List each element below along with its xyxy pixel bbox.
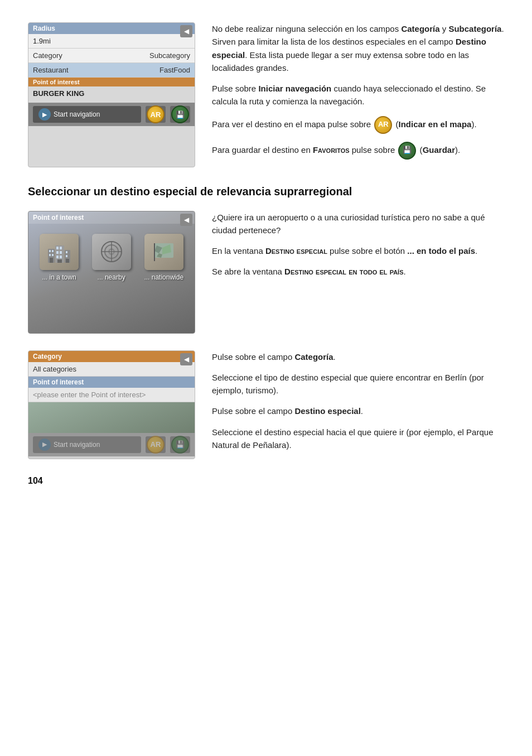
subcategory-value: FastFood (159, 66, 190, 74)
start-nav-label-bot: Start navigation (54, 441, 100, 449)
nationwide-icon (144, 234, 183, 270)
bottom-bar-bot: ▶ Start navigation AR 💾 (28, 433, 195, 456)
top-para4: Para guardar el destino en Favoritos pul… (212, 142, 504, 160)
start-nav-btn-bot: ▶ Start navigation (33, 436, 141, 453)
subcategory-col-header: Subcategory (149, 51, 190, 60)
mid-para2: En la ventana Destino especial pulse sob… (212, 244, 504, 257)
arrow-btn-top[interactable]: ◀ (180, 25, 192, 37)
top-para3: Para ver el destino en el mapa pulse sob… (212, 116, 504, 134)
nav-arrow-icon-bot: ▶ (38, 439, 51, 451)
nearby-icon (92, 234, 131, 270)
nationwide-btn-label: ... nationwide (144, 273, 183, 281)
poi-btn-nationwide[interactable]: ... nationwide (144, 234, 183, 281)
svg-rect-11 (56, 256, 59, 258)
nav-arrow-icon: ▶ (38, 108, 51, 121)
section-heading: Seleccionar un destino especial de relev… (28, 184, 504, 199)
all-categories-value: All categories (33, 365, 76, 373)
nationwide-svg (150, 238, 178, 266)
poi-screen-title: Point of interest (28, 211, 195, 224)
poi-label-top: Point of interest (28, 78, 195, 86)
svg-rect-10 (60, 251, 62, 254)
svg-rect-15 (66, 251, 67, 253)
radius-value: 1.9mi (33, 37, 51, 45)
top-para1: No debe realizar ninguna selección en lo… (212, 22, 504, 74)
bot-para2: Seleccione el tipo de destino especial q… (212, 371, 504, 397)
map-indicator-icon-bot: AR (147, 436, 165, 454)
bottom-bar-top: ▶ Start navigation AR 💾 (28, 103, 195, 126)
cat-screen: ◀ Category All categories Point of inter… (28, 350, 195, 460)
svg-rect-16 (66, 255, 67, 257)
town-btn-label: ... in a town (42, 273, 76, 281)
arrow-btn-mid[interactable]: ◀ (180, 214, 192, 226)
save-icon-btn-bot: 💾 (170, 436, 190, 453)
destino-pais-label: Destino especial en todo el país (284, 267, 403, 276)
middle-text: ¿Quiere ira un aeropuerto o a una curios… (212, 211, 504, 334)
category-section-label: Category (28, 351, 195, 362)
mid-para1: ¿Quiere ira un aeropuerto o a una curios… (212, 211, 504, 237)
map-icon-btn-bot: AR (146, 436, 166, 453)
bot-para3: Pulse sobre el campo Destino especial. (212, 405, 504, 417)
svg-rect-9 (56, 251, 59, 254)
poi-buttons-row: ... in a town ... nearby (28, 224, 195, 288)
svg-rect-12 (60, 256, 62, 258)
svg-rect-3 (49, 254, 51, 256)
cat-subcat-header: Category Subcategory (28, 49, 195, 63)
nav-screen-top: ◀ Radius 1.9mi Category Subcategory Rest… (28, 22, 195, 167)
map-icon-text: AR (374, 116, 392, 134)
nearby-svg (98, 238, 125, 266)
save-icon-bot: 💾 (171, 436, 189, 454)
svg-rect-1 (49, 250, 51, 252)
map-indicator-icon: AR (147, 105, 165, 123)
start-nav-label-top: Start navigation (54, 110, 100, 118)
start-nav-btn-top[interactable]: ▶ Start navigation (33, 106, 141, 123)
save-icon-text: 💾 (398, 142, 416, 160)
all-categories-row[interactable]: All categories (28, 362, 195, 377)
poi-btn-town[interactable]: ... in a town (40, 234, 79, 281)
top-para2: Pulse sobre Iniciar navegación cuando ha… (212, 82, 504, 108)
svg-rect-8 (60, 247, 62, 249)
poi-section-label-bot: Point of interest (28, 377, 195, 388)
arrow-btn-bot[interactable]: ◀ (180, 353, 192, 365)
bot-para4: Seleccione el destino especial hacia el … (212, 426, 504, 452)
town-icon (40, 234, 79, 270)
town-svg (45, 238, 73, 266)
top-text: No debe realizar ninguna selección en lo… (212, 22, 504, 167)
svg-rect-17 (66, 259, 69, 263)
poi-value-top: BURGER KING (28, 86, 195, 100)
save-icon-btn-top[interactable]: 💾 (170, 106, 190, 123)
page-number: 104 (28, 476, 504, 486)
svg-rect-7 (56, 247, 59, 249)
favoritos-label: Favoritos (313, 145, 350, 154)
radius-value-row: 1.9mi (28, 34, 195, 49)
bot-para1: Pulse sobre el campo Categoría. (212, 350, 504, 363)
bottom-text: Pulse sobre el campo Categoría. Seleccio… (212, 350, 504, 460)
svg-rect-13 (57, 259, 62, 263)
poi-placeholder-row[interactable]: <please enter the Point of interest> (28, 388, 195, 402)
svg-rect-2 (52, 250, 54, 252)
nearby-btn-label: ... nearby (98, 273, 125, 281)
map-icon-btn-top[interactable]: AR (146, 106, 166, 123)
middle-section: ◀ Point of interest (28, 211, 504, 334)
cat-subcat-value-row[interactable]: Restaurant FastFood (28, 63, 195, 78)
top-section: ◀ Radius 1.9mi Category Subcategory Rest… (28, 22, 504, 167)
radius-label: Radius (28, 23, 195, 34)
poi-btn-nearby[interactable]: ... nearby (92, 234, 131, 281)
save-icon: 💾 (171, 105, 189, 123)
svg-rect-4 (52, 254, 54, 256)
svg-rect-5 (50, 258, 53, 263)
poi-placeholder-value: <please enter the Point of interest> (33, 391, 146, 399)
mid-para3: Se abre la ventana Destino especial en t… (212, 265, 504, 278)
category-col-header: Category (33, 51, 62, 60)
map-background (28, 402, 195, 433)
bottom-section: ◀ Category All categories Point of inter… (28, 350, 504, 460)
destino-especial-label: Destino especial (265, 246, 327, 256)
category-value: Restaurant (33, 66, 69, 74)
poi-screen: ◀ Point of interest (28, 211, 195, 334)
